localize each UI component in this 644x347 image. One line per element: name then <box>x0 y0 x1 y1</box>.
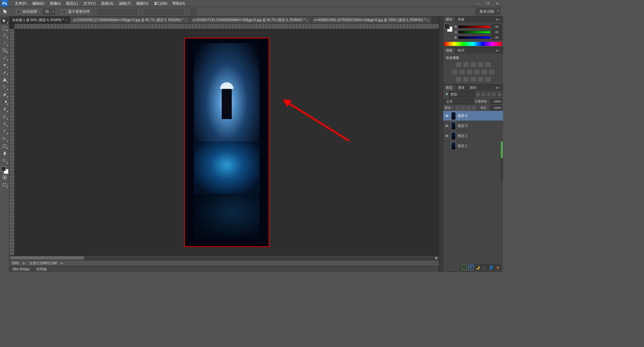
visibility-icon[interactable]: 👁 <box>444 124 449 128</box>
vibrance-icon[interactable] <box>485 62 491 67</box>
close-icon[interactable]: × <box>185 18 187 22</box>
ime-lang-icon[interactable]: 中 <box>468 265 474 270</box>
layer-thumbnail[interactable] <box>451 132 456 140</box>
menu-filter[interactable]: 滤镜(T) <box>116 0 133 7</box>
eyedropper-tool[interactable] <box>1 54 9 61</box>
quick-mask-icon[interactable] <box>1 174 9 181</box>
menu-layer[interactable]: 图层(L) <box>63 0 80 7</box>
workspace-switcher[interactable]: 基本功能 <box>476 8 500 15</box>
layer-name[interactable]: 图层 4 <box>458 114 467 118</box>
scrollbar-thumb[interactable] <box>10 256 84 260</box>
zoom-tool[interactable] <box>1 157 9 164</box>
distribute-vcenter-icon[interactable] <box>151 9 157 15</box>
posterize-icon[interactable] <box>463 77 469 82</box>
ime-user-icon[interactable]: 👤 <box>488 265 494 270</box>
shape-tool[interactable] <box>1 143 9 149</box>
move-tool[interactable] <box>1 17 9 24</box>
swatches-tab[interactable]: 色板 <box>455 16 467 22</box>
layer-item[interactable]: 👁 图层 3 <box>443 121 503 131</box>
color-balance-icon[interactable] <box>460 70 465 74</box>
lock-pixels-icon[interactable] <box>461 106 465 110</box>
curves-icon[interactable] <box>471 62 476 67</box>
screen-mode-icon[interactable] <box>1 182 9 188</box>
spectrum-bar[interactable] <box>444 42 502 46</box>
document-tab[interactable]: u=116942063,2176669046&fm=26&gp=0.jpg @ … <box>70 17 190 23</box>
align-bottom-icon[interactable] <box>111 9 117 15</box>
magic-wand-tool[interactable] <box>1 40 9 46</box>
ime-punct-icon[interactable]: •, <box>482 265 487 270</box>
zoom-arrow-icon[interactable]: ▶ <box>23 261 25 265</box>
r-value[interactable]: 40 <box>492 24 502 29</box>
close-button[interactable]: ✕ <box>492 1 502 6</box>
brush-tool[interactable] <box>1 69 9 76</box>
menu-window[interactable]: 窗口(W) <box>151 0 170 7</box>
crop-tool[interactable] <box>1 47 9 54</box>
filter-search-icon[interactable]: 🔎 <box>444 93 448 96</box>
lock-position-icon[interactable] <box>466 106 471 110</box>
collapsed-panel-dock[interactable] <box>439 16 443 272</box>
auto-select-dropdown[interactable]: 组 <box>43 9 55 15</box>
dodge-tool[interactable] <box>1 113 9 120</box>
show-transform-checkbox[interactable] <box>62 10 66 14</box>
bw-icon[interactable] <box>467 70 472 74</box>
auto-select-checkbox[interactable] <box>16 10 20 14</box>
canvas-viewport[interactable] <box>15 29 439 255</box>
layer-name[interactable]: 图层 1 <box>458 144 467 148</box>
gradient-map-icon[interactable] <box>478 77 483 82</box>
document-tab[interactable]: u=3638812661,4278309225&fm=26&gp=0.jpg @… <box>311 17 432 23</box>
r-slider[interactable] <box>458 25 490 28</box>
document-tab[interactable]: 未标题-1 @ 50% (图层 4, RGB/8) *× <box>9 17 70 23</box>
lasso-tool[interactable] <box>1 32 9 39</box>
healing-brush-tool[interactable] <box>1 62 9 68</box>
align-right-icon[interactable] <box>131 9 137 15</box>
g-slider[interactable] <box>459 31 490 33</box>
maximize-button[interactable]: ❐ <box>483 1 492 6</box>
layer-name[interactable]: 图层 2 <box>458 134 467 138</box>
distribute-right-icon[interactable] <box>177 9 183 15</box>
fill-input[interactable] <box>490 106 502 110</box>
visibility-icon[interactable]: 👁 <box>444 114 449 118</box>
document-tab[interactable]: u=2539637233,2109093909&fm=26&gp=0.jpg @… <box>190 17 311 23</box>
lookup-icon[interactable] <box>489 70 494 74</box>
levels-icon[interactable] <box>463 62 469 67</box>
distribute-left-icon[interactable] <box>164 9 170 15</box>
stamp-tool[interactable] <box>1 76 9 83</box>
menu-help[interactable]: 帮助(H) <box>170 0 187 7</box>
photo-filter-icon[interactable] <box>474 70 480 74</box>
filter-shape-icon[interactable] <box>492 92 496 97</box>
ime-moon-icon[interactable]: 🌙 <box>475 265 480 270</box>
menu-image[interactable]: 图像(I) <box>47 0 63 7</box>
menu-view[interactable]: 视图(V) <box>133 0 151 7</box>
color-swatch-pair[interactable] <box>444 24 452 32</box>
timeline-tab[interactable]: 时间轴 <box>33 266 50 272</box>
align-left-icon[interactable] <box>117 9 123 15</box>
layers-tab[interactable]: 图层 <box>443 85 455 91</box>
lock-all-icon[interactable] <box>472 106 476 110</box>
layer-item[interactable]: 👁 图层 2 <box>443 131 503 141</box>
filter-adjust-icon[interactable] <box>481 92 486 97</box>
distribute-hcenter-icon[interactable] <box>171 9 177 15</box>
3d-mode-icon[interactable] <box>191 9 197 15</box>
minimize-button[interactable]: ─ <box>474 1 483 6</box>
color-tab[interactable]: 颜色 <box>443 16 455 22</box>
gradient-tool[interactable] <box>1 98 9 105</box>
threshold-icon[interactable] <box>471 77 476 82</box>
filter-kind-dropdown[interactable]: 类型 <box>449 91 475 97</box>
layer-thumbnail[interactable] <box>451 142 456 150</box>
invert-icon[interactable] <box>456 77 461 82</box>
hand-tool[interactable] <box>1 150 9 157</box>
mini-bridge-tab[interactable]: Mini Bridge <box>9 267 33 272</box>
panel-menu-icon[interactable]: ▾≡ <box>493 49 502 53</box>
layer-item[interactable]: 图层 1 <box>443 141 503 151</box>
panel-menu-icon[interactable]: ▾≡ <box>493 86 502 90</box>
filter-pixel-icon[interactable] <box>476 92 480 97</box>
filter-type-icon[interactable] <box>486 92 491 97</box>
menu-type[interactable]: 文字(Y) <box>81 0 99 7</box>
align-hcenter-icon[interactable] <box>124 9 130 15</box>
align-top-icon[interactable] <box>97 9 103 15</box>
close-icon[interactable]: × <box>65 18 67 22</box>
blur-tool[interactable] <box>1 106 9 113</box>
path-select-tool[interactable] <box>1 135 9 142</box>
color-swatch[interactable] <box>1 166 8 174</box>
b-slider[interactable] <box>458 36 490 39</box>
